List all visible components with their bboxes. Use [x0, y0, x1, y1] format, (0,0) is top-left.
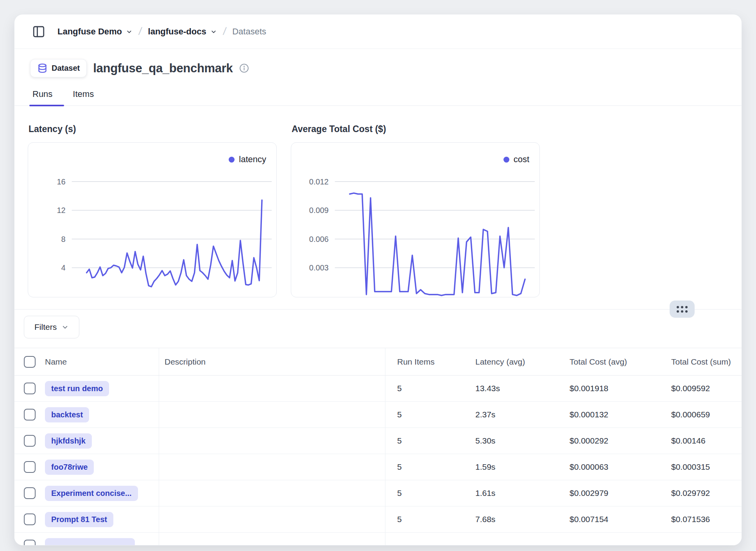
- run-items-value: 5: [385, 480, 464, 506]
- breadcrumb-project-label: Langfuse Demo: [57, 27, 122, 37]
- row-checkbox[interactable]: [24, 513, 36, 525]
- run-description: [159, 480, 385, 506]
- column-header-latency-avg[interactable]: Latency (avg): [464, 348, 558, 375]
- legend-dot-icon: [229, 157, 235, 163]
- cost-chart-title: Average Total Cost ($): [292, 124, 540, 134]
- latency-chart-title: Latency (s): [29, 124, 277, 134]
- column-header-description[interactable]: Description: [159, 348, 385, 375]
- breadcrumb-org-label: langfuse-docs: [148, 27, 206, 37]
- run-name-badge[interactable]: backtest: [45, 407, 89, 422]
- sidebar-toggle-button[interactable]: [30, 23, 47, 40]
- breadcrumb-org[interactable]: langfuse-docs: [148, 27, 217, 37]
- cost-legend: cost: [503, 154, 529, 165]
- run-name-badge[interactable]: hjkfdshjk: [45, 433, 92, 449]
- table-body: test run demo 5 13.43s $0.001918 $0.0095…: [14, 376, 742, 546]
- total-cost-sum-value: $0.00146: [659, 428, 742, 454]
- table-row: backtest 5 2.37s $0.000132 $0.000659: [14, 402, 742, 428]
- table-row: Prompt 81 Test 5 7.68s $0.007154 $0.0715…: [14, 506, 742, 533]
- legend-label: latency: [239, 154, 266, 165]
- tab-items[interactable]: Items: [71, 89, 95, 106]
- run-description: [159, 428, 385, 454]
- database-icon: [37, 63, 48, 73]
- total-cost-sum-value: [659, 533, 742, 546]
- breadcrumb-project[interactable]: Langfuse Demo: [57, 27, 133, 37]
- chevron-down-icon: [61, 324, 69, 331]
- run-description: [159, 402, 385, 428]
- runs-table: Name Description Run Items Latency (avg)…: [14, 348, 742, 546]
- svg-text:8: 8: [61, 235, 66, 243]
- grip-dots-icon: [677, 306, 688, 313]
- total-cost-sum-value: $0.000659: [659, 402, 742, 428]
- table-row: [14, 533, 742, 546]
- latency-avg-value: 13.43s: [464, 376, 558, 401]
- filters-button[interactable]: Filters: [24, 316, 79, 338]
- run-name-badge[interactable]: test run demo: [45, 381, 109, 396]
- svg-text:12: 12: [57, 206, 66, 215]
- table-row: foo78riwe 5 1.59s $0.000063 $0.000315: [14, 454, 742, 480]
- run-items-value: 5: [385, 402, 464, 428]
- row-checkbox[interactable]: [24, 461, 36, 473]
- table-row: hjkfdshjk 5 5.30s $0.000292 $0.00146: [14, 428, 742, 454]
- legend-dot-icon: [503, 157, 509, 163]
- total-cost-sum-value: $0.071536: [659, 506, 742, 532]
- svg-text:16: 16: [57, 177, 66, 186]
- table-row: Experiment concise... 5 1.61s $0.002979 …: [14, 480, 742, 506]
- latency-legend: latency: [229, 154, 266, 165]
- run-items-value: [385, 533, 464, 546]
- svg-text:0.012: 0.012: [309, 177, 329, 186]
- filters-row: Filters: [14, 309, 742, 338]
- column-header-name[interactable]: Name: [43, 348, 159, 375]
- run-name-badge[interactable]: [45, 538, 135, 546]
- run-items-value: 5: [385, 428, 464, 454]
- row-checkbox[interactable]: [24, 540, 36, 546]
- row-checkbox[interactable]: [24, 487, 36, 499]
- run-description: [159, 506, 385, 532]
- cost-line-chart: 0.0120.0090.0060.003: [291, 143, 539, 297]
- chevron-down-icon: [126, 29, 133, 35]
- cost-chart: 0.0120.0090.0060.003 cost: [291, 142, 540, 297]
- charts-section: Latency (s) 161284 latency Average Total…: [14, 106, 742, 297]
- run-items-value: 5: [385, 454, 464, 480]
- total-cost-avg-value: $0.000063: [558, 454, 659, 480]
- breadcrumb-page-label: Datasets: [232, 27, 266, 37]
- run-items-value: 5: [385, 506, 464, 532]
- tab-runs[interactable]: Runs: [31, 89, 54, 106]
- latency-avg-value: 1.59s: [464, 454, 558, 480]
- svg-text:0.006: 0.006: [309, 235, 329, 243]
- run-name-badge[interactable]: Prompt 81 Test: [45, 512, 113, 527]
- row-checkbox[interactable]: [24, 409, 36, 420]
- svg-text:4: 4: [61, 263, 66, 272]
- total-cost-sum-value: $0.000315: [659, 454, 742, 480]
- total-cost-avg-value: $0.000292: [558, 428, 659, 454]
- row-checkbox[interactable]: [24, 383, 36, 394]
- dataset-header: Dataset langfuse_qa_benchmark: [14, 49, 742, 77]
- total-cost-avg-value: [558, 533, 659, 546]
- breadcrumb-page[interactable]: Datasets: [232, 27, 266, 37]
- resize-handle[interactable]: [670, 301, 695, 318]
- dataset-type-badge: Dataset: [30, 59, 87, 77]
- latency-avg-value: 2.37s: [464, 402, 558, 428]
- total-cost-avg-value: $0.000132: [558, 402, 659, 428]
- breadcrumb: Langfuse Demo / langfuse-docs / Datasets: [14, 14, 742, 49]
- latency-avg-value: [464, 533, 558, 546]
- chevron-down-icon: [210, 29, 217, 35]
- column-header-run-items[interactable]: Run Items: [385, 348, 464, 375]
- run-description: [159, 454, 385, 480]
- total-cost-avg-value: $0.007154: [558, 506, 659, 532]
- page-title: langfuse_qa_benchmark: [93, 61, 233, 75]
- column-header-total-cost-avg[interactable]: Total Cost (avg): [558, 348, 659, 375]
- row-checkbox[interactable]: [24, 435, 36, 447]
- select-all-checkbox[interactable]: [24, 356, 36, 368]
- table-row: test run demo 5 13.43s $0.001918 $0.0095…: [14, 376, 742, 402]
- svg-text:0.009: 0.009: [309, 206, 329, 215]
- info-icon[interactable]: [239, 63, 249, 73]
- column-header-total-cost-sum[interactable]: Total Cost (sum): [659, 348, 742, 375]
- total-cost-sum-value: $0.009592: [659, 376, 742, 401]
- total-cost-avg-value: $0.001918: [558, 376, 659, 401]
- latency-line-chart: 161284: [28, 143, 276, 297]
- run-name-badge[interactable]: Experiment concise...: [45, 486, 138, 501]
- tab-bar: Runs Items: [14, 89, 742, 106]
- legend-label: cost: [514, 154, 529, 165]
- run-name-badge[interactable]: foo78riwe: [45, 460, 94, 475]
- breadcrumb-separator: /: [222, 25, 227, 38]
